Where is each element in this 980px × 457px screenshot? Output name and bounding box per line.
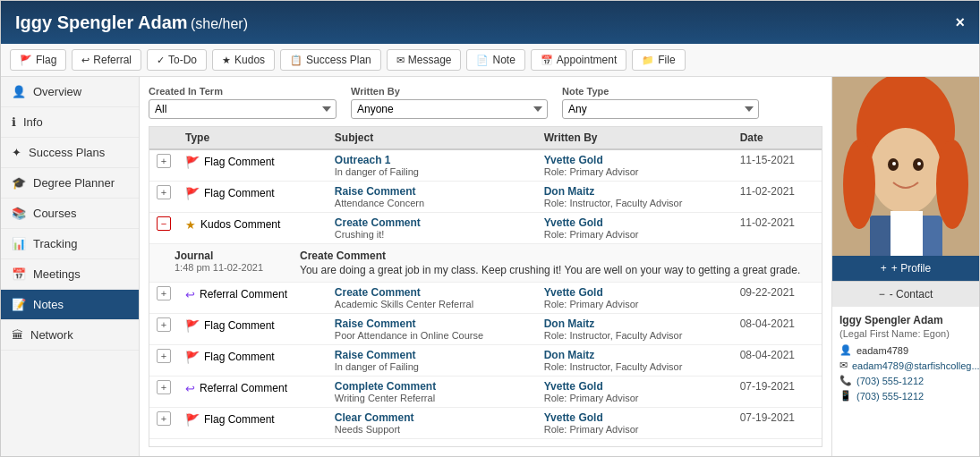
avatar-image: [832, 77, 979, 256]
expand-button[interactable]: +: [157, 380, 171, 394]
filter-note-type-label: Note Type: [562, 86, 759, 97]
close-button[interactable]: ×: [955, 13, 965, 32]
flag-type-icon: 🚩: [185, 156, 200, 169]
expand-button[interactable]: +: [157, 154, 171, 168]
contact-email[interactable]: eadam4789@starfishcolleg...: [852, 360, 979, 371]
writer-role: Role: Primary Advisor: [544, 299, 726, 309]
filter-note-type: Note Type Any Flag Comment Kudos Comment…: [562, 86, 759, 119]
flag-label: Flag: [36, 54, 56, 66]
main-content: Created In Term All Fall 2021 Spring 202…: [140, 77, 831, 456]
sidebar-item-overview[interactable]: 👤 Overview: [1, 77, 139, 107]
right-panel: + + Profile − - Contact Iggy Spengler Ad…: [831, 77, 979, 456]
sidebar-label-overview: Overview: [33, 85, 81, 98]
kudos-icon: ★: [222, 55, 231, 66]
kudos-button[interactable]: ★ Kudos: [212, 49, 275, 71]
table-row: + 🚩 Flag Comment Raise Comment Poor A: [149, 314, 822, 345]
subject-sub: Writing Center Referral: [335, 393, 530, 403]
type-label: Kudos Comment: [200, 218, 280, 231]
writer-name: Yvette Gold: [544, 380, 726, 393]
subject-cell: Clear Comment Needs Support: [328, 408, 537, 439]
writer-name: Yvette Gold: [544, 411, 726, 424]
type-cell: 🚩 Flag Comment: [178, 345, 328, 377]
subject-main: Raise Comment: [335, 185, 530, 198]
writer-name: Yvette Gold: [544, 216, 726, 229]
toolbar: 🚩 Flag ↩ Referral ✓ To-Do ★ Kudos 📋 Succ…: [1, 44, 979, 77]
avatar: [832, 77, 979, 256]
notes-icon: 📝: [12, 298, 26, 311]
expand-button[interactable]: +: [157, 185, 171, 199]
written-by-cell: Don Maitz Role: Instructor, Faculty Advi…: [537, 314, 733, 345]
message-icon: ✉: [396, 55, 405, 66]
sidebar-item-notes[interactable]: 📝 Notes: [1, 290, 139, 320]
col-expand: [149, 127, 178, 149]
date-cell: 08-04-2021: [733, 314, 822, 345]
contact-phone1[interactable]: (703) 555-1212: [856, 376, 924, 386]
written-by-cell: Don Maitz Role: Instructor, Faculty Advi…: [537, 182, 733, 213]
referral-button[interactable]: ↩ Referral: [72, 49, 141, 71]
subject-sub: Poor Attendance in Online Course: [335, 330, 530, 341]
writer-role: Role: Instructor, Faculty Advisor: [544, 330, 726, 341]
written-by-cell: Yvette Gold Role: Primary Advisor: [537, 283, 733, 314]
contact-name: Iggy Spengler Adam: [839, 314, 972, 326]
sidebar-item-info[interactable]: ℹ Info: [1, 107, 139, 138]
contact-button[interactable]: − - Contact: [832, 281, 979, 307]
flag-icon: 🚩: [20, 55, 32, 66]
sidebar-label-success-plans: Success Plans: [29, 146, 105, 159]
sidebar-item-degree-planner[interactable]: 🎓 Degree Planner: [1, 168, 139, 199]
expand-button[interactable]: +: [157, 349, 171, 363]
table-row: + 🚩 Flag Comment Raise Comment In dan: [149, 345, 822, 377]
journal-comment-title: Create Comment: [300, 250, 814, 262]
user-icon: 👤: [839, 344, 852, 356]
message-label: Message: [408, 54, 452, 66]
sidebar-item-network[interactable]: 🏛 Network: [1, 320, 139, 351]
appointment-button[interactable]: 📅 Appointment: [531, 49, 626, 71]
sidebar-label-tracking: Tracking: [33, 237, 77, 250]
todo-button[interactable]: ✓ To-Do: [147, 49, 207, 71]
courses-icon: 📚: [12, 207, 26, 220]
sidebar-label-meetings: Meetings: [33, 267, 81, 281]
file-button[interactable]: 📁 File: [632, 49, 685, 71]
note-icon: 📄: [476, 55, 489, 66]
flag-type-icon: 🚩: [185, 351, 200, 364]
writer-role: Role: Primary Advisor: [544, 229, 726, 240]
subject-main: Create Comment: [335, 286, 530, 299]
header-title: Iggy Spengler Adam (she/her): [15, 13, 248, 33]
subject-sub: In danger of Failing: [335, 361, 530, 372]
tracking-icon: 📊: [12, 237, 26, 250]
expand-cell: +: [149, 408, 178, 439]
sidebar-label-info: Info: [23, 115, 43, 129]
contact-info: Iggy Spengler Adam (Legal First Name: Eg…: [832, 307, 979, 412]
filter-term-select[interactable]: All Fall 2021 Spring 2021 Fall 2020: [149, 99, 337, 119]
type-cell: 🚩 Flag Comment: [178, 149, 328, 182]
sidebar-label-notes: Notes: [33, 298, 64, 311]
filter-written-by-select[interactable]: Anyone Yvette Gold Don Maitz: [351, 99, 548, 119]
contact-phone2[interactable]: (703) 555-1212: [856, 391, 924, 402]
date-cell: 11-02-2021: [733, 213, 822, 244]
message-button[interactable]: ✉ Message: [387, 49, 462, 71]
type-cell: 🚩 Flag Comment: [178, 408, 328, 439]
expand-button[interactable]: +: [157, 411, 171, 426]
file-icon: 📁: [642, 55, 654, 66]
sidebar-item-courses[interactable]: 📚 Courses: [1, 199, 139, 229]
sidebar-label-courses: Courses: [33, 207, 76, 220]
sidebar-item-meetings[interactable]: 📅 Meetings: [1, 259, 139, 290]
journal-cell: Journal 1:48 pm 11-02-2021 Create Commen…: [149, 244, 822, 283]
sidebar-item-success-plans[interactable]: ✦ Success Plans: [1, 138, 139, 168]
expand-button[interactable]: +: [157, 286, 171, 300]
profile-button[interactable]: + + Profile: [832, 256, 979, 281]
expand-button[interactable]: +: [157, 317, 171, 332]
todo-icon: ✓: [157, 55, 165, 66]
flag-button[interactable]: 🚩 Flag: [10, 49, 66, 71]
contact-button-label: - Contact: [890, 288, 933, 300]
sidebar-item-tracking[interactable]: 📊 Tracking: [1, 229, 139, 259]
filter-note-type-select[interactable]: Any Flag Comment Kudos Comment Referral …: [562, 99, 759, 119]
collapse-button[interactable]: −: [157, 216, 171, 231]
success-plan-button[interactable]: 📋 Success Plan: [280, 49, 381, 71]
referral-label: Referral: [93, 54, 132, 66]
date-cell: 07-19-2021: [733, 377, 822, 408]
profile-plus-icon: +: [881, 262, 887, 275]
sidebar: 👤 Overview ℹ Info ✦ Success Plans 🎓 Degr…: [1, 77, 140, 456]
col-subject: Subject: [328, 127, 537, 149]
modal-header: Iggy Spengler Adam (she/her) ×: [1, 1, 979, 44]
note-button[interactable]: 📄 Note: [466, 49, 524, 71]
